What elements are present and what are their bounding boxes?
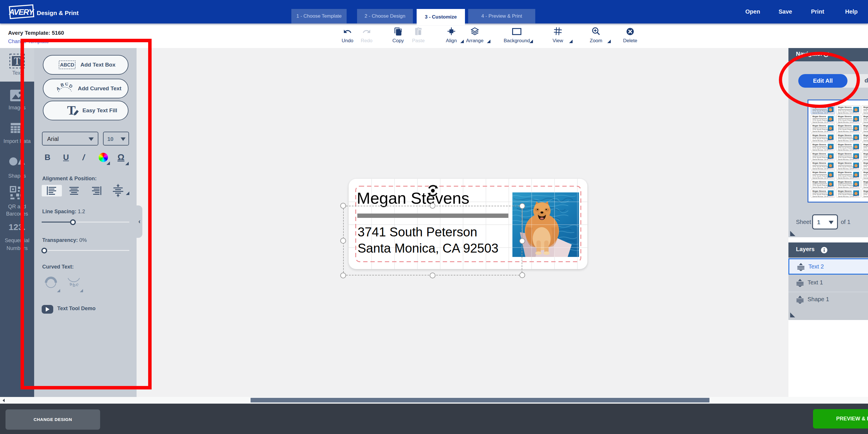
svg-text:T: T: [14, 55, 20, 67]
svg-text:AVERY: AVERY: [9, 7, 35, 17]
